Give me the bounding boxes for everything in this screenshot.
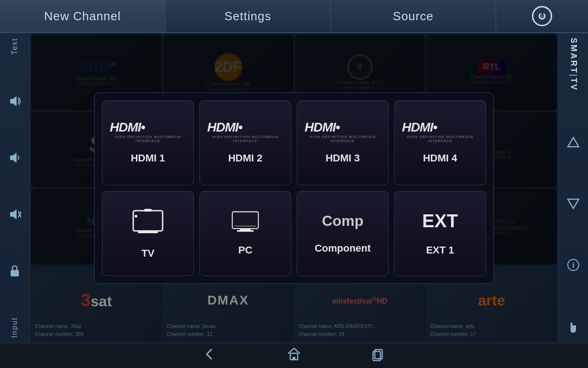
svg-rect-20 (293, 357, 295, 360)
info-icon[interactable]: i (563, 255, 583, 275)
smart-tv-label: SMART|TV (569, 38, 578, 91)
ext-icon: EXT (422, 211, 458, 235)
source-tv[interactable]: TV (102, 191, 194, 276)
hdmi4-icon: HDMI• HIGH DEFINITION MULTIMEDIA INTERFA… (402, 121, 478, 143)
tv-label: TV (141, 247, 154, 259)
component-icon: Comp (322, 213, 364, 233)
pc-icon (232, 210, 259, 235)
svg-marker-3 (10, 209, 17, 219)
tv-icon (131, 207, 164, 238)
main-content: ARD⊙ Channel name: Ard Channel number: 1… (30, 33, 558, 343)
mute-icon[interactable] (5, 204, 25, 224)
source-hdmi4[interactable]: HDMI• HIGH DEFINITION MULTIMEDIA INTERFA… (394, 100, 486, 185)
power-button[interactable] (496, 0, 588, 32)
settings-label: Settings (225, 9, 271, 23)
svg-rect-13 (144, 209, 152, 212)
svg-rect-6 (11, 270, 19, 276)
hdmi3-icon: HDMI• HIGH DEFINITION MULTIMEDIA INTERFA… (305, 121, 381, 143)
hand-icon[interactable] (563, 316, 583, 338)
source-component[interactable]: Comp Component (297, 191, 389, 276)
svg-marker-7 (568, 138, 579, 147)
hdmi4-label: HDMI 4 (423, 152, 458, 164)
svg-rect-12 (138, 231, 158, 233)
svg-point-14 (135, 215, 137, 218)
ext1-label: EXT 1 (426, 244, 454, 256)
volume-down-icon[interactable] (5, 148, 25, 168)
pc-label: PC (238, 244, 253, 256)
hdmi2-label: HDMI 2 (228, 152, 263, 164)
new-channel-button[interactable]: New Channel (0, 0, 165, 32)
source-hdmi2[interactable]: HDMI• HIGH DEFINITION MULTIMEDIA INTERFA… (199, 100, 291, 185)
svg-marker-2 (10, 153, 17, 163)
hdmi1-label: HDMI 1 (131, 152, 165, 164)
source-overlay: HDMI• HIGH DEFINITION MULTIMEDIA INTERFA… (30, 33, 558, 343)
home-button[interactable] (279, 343, 309, 368)
top-bar: New Channel Settings Source (0, 0, 588, 33)
source-pc[interactable]: PC (199, 191, 291, 276)
source-label: Source (393, 9, 433, 23)
component-label: Component (315, 242, 371, 254)
svg-rect-17 (237, 230, 254, 231)
hdmi-icon: HDMI• HIGH DEFINITION MULTIMEDIA INTERFA… (110, 121, 186, 143)
hdmi3-label: HDMI 3 (326, 152, 360, 164)
new-channel-label: New Channel (44, 9, 121, 23)
svg-rect-11 (133, 211, 163, 231)
svg-rect-18 (235, 225, 256, 227)
triangle-down-icon[interactable] (563, 194, 583, 214)
hdmi2-icon: HDMI• HIGH DEFINITION MULTIMEDIA INTERFA… (207, 121, 283, 143)
svg-text:i: i (572, 261, 574, 269)
power-icon (532, 6, 552, 26)
svg-marker-8 (568, 199, 579, 208)
settings-button[interactable]: Settings (165, 0, 331, 32)
recent-apps-button[interactable] (364, 343, 393, 368)
source-button[interactable]: Source (331, 0, 496, 32)
bottom-nav-bar (0, 343, 588, 368)
source-panel: HDMI• HIGH DEFINITION MULTIMEDIA INTERFA… (94, 92, 494, 284)
source-hdmi1[interactable]: HDMI• HIGH DEFINITION MULTIMEDIA INTERFA… (102, 100, 194, 185)
left-sidebar: Text Input (0, 33, 30, 343)
source-ext1[interactable]: EXT EXT 1 (394, 191, 486, 276)
source-hdmi3[interactable]: HDMI• HIGH DEFINITION MULTIMEDIA INTERFA… (297, 100, 389, 185)
right-sidebar: SMART|TV i (558, 33, 588, 343)
svg-marker-1 (10, 96, 17, 106)
back-button[interactable] (195, 343, 224, 368)
text-label: Text (11, 38, 19, 55)
input-label: Input (11, 317, 19, 338)
volume-up-icon[interactable] (5, 91, 25, 111)
triangle-up-icon[interactable] (563, 132, 583, 152)
lock-icon[interactable] (6, 261, 24, 281)
